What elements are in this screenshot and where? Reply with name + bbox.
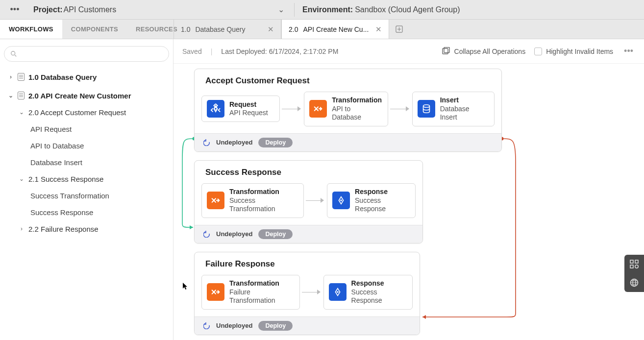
tree-item-success-transformation[interactable]: Success Transformation [2, 187, 173, 204]
workflow-canvas[interactable]: Accept Customer Request RequestAPI Reque… [173, 64, 644, 340]
file-tab-version: 1.0 [181, 25, 190, 33]
search-icon [10, 50, 17, 57]
step-response[interactable]: ResponseSuccess Response [323, 275, 413, 310]
tree-item-api-to-database[interactable]: API to Database [2, 137, 173, 154]
environment-display: Environment: Sandbox (Cloud Agent Group) [295, 5, 644, 14]
operation-success-response[interactable]: Success Response TransformationSuccess T… [194, 160, 423, 243]
step-response[interactable]: ResponseSuccess Response [327, 183, 416, 218]
step-transformation[interactable]: TransformationAPI to Database [304, 92, 388, 126]
tree-item-api-request[interactable]: API Request [2, 121, 173, 137]
svg-point-11 [337, 291, 339, 293]
last-deployed-text: Last Deployed: 6/17/2024, 2:17:02 PM [221, 48, 338, 55]
response-icon [332, 192, 350, 209]
collapse-all-button[interactable]: Collapse All Operations [442, 47, 526, 56]
svg-marker-4 [190, 225, 193, 229]
deploy-button[interactable]: Deploy [258, 229, 293, 239]
floating-tool-panel [624, 255, 644, 292]
operation-footer: Undeployed Deploy [195, 316, 420, 335]
add-tab-button[interactable] [389, 20, 409, 39]
undeployed-icon [203, 139, 210, 146]
file-icon [18, 73, 25, 81]
more-menu-button[interactable]: ••• [622, 46, 635, 56]
step-transformation[interactable]: TransformationFailure Transformation [201, 275, 300, 310]
project-label: Project: [33, 5, 63, 14]
database-icon [418, 100, 435, 118]
file-tab-database-query[interactable]: 1.0 Database Query ✕ [173, 20, 281, 39]
transformation-icon [309, 100, 327, 118]
operation-title: Accept Customer Request [195, 69, 501, 91]
transformation-icon [207, 192, 224, 209]
file-tab-api-create-customer[interactable]: 2.0 API Create New Cu... ✕ [281, 20, 389, 39]
tree-item-accept-customer-request[interactable]: ⌄ 2.0 Accept Customer Request [2, 104, 173, 121]
svg-point-10 [340, 199, 342, 201]
components-panel-button[interactable] [624, 255, 644, 273]
app-menu-button[interactable]: ••• [0, 4, 29, 15]
divider: | [211, 48, 213, 55]
chevron-right-icon[interactable]: › [19, 225, 25, 232]
deploy-button[interactable]: Deploy [258, 321, 293, 331]
operation-failure-response[interactable]: Failure Response TransformationFailure T… [194, 252, 420, 335]
highlight-invalid-toggle[interactable]: Highlight Invalid Items [534, 48, 613, 55]
chevron-down-icon[interactable]: ⌄ [19, 175, 25, 182]
undeployed-label: Undeployed [216, 322, 252, 329]
environment-label: Environment: [302, 5, 353, 14]
tree-item-database-query[interactable]: › 1.0 Database Query [2, 69, 173, 85]
svg-rect-12 [630, 260, 633, 263]
tree-item-failure-response[interactable]: › 2.2 Failure Response [2, 220, 173, 237]
step-request[interactable]: RequestAPI Request [201, 96, 280, 122]
svg-rect-14 [630, 265, 633, 268]
project-selector[interactable]: Project: API Customers ⌄ [29, 5, 294, 14]
operation-footer: Undeployed Deploy [195, 225, 422, 243]
operation-footer: Undeployed Deploy [195, 133, 501, 151]
svg-point-9 [423, 105, 429, 108]
globe-panel-button[interactable] [624, 273, 644, 292]
close-icon[interactable]: ✕ [375, 25, 382, 34]
chevron-down-icon[interactable]: ⌄ [19, 109, 25, 116]
file-tab-version: 2.0 [289, 25, 298, 33]
step-transformation[interactable]: TransformationSuccess Transformation [201, 183, 304, 218]
top-bar: ••• Project: API Customers ⌄ Environment… [0, 0, 644, 20]
undeployed-label: Undeployed [216, 230, 252, 238]
tab-workflows[interactable]: WORKFLOWS [0, 20, 62, 39]
canvas-area: Saved | Last Deployed: 6/17/2024, 2:17:0… [173, 39, 644, 340]
operation-title: Failure Response [195, 252, 420, 274]
response-icon [329, 283, 347, 301]
request-icon [207, 100, 224, 118]
tree-item-success-response-child[interactable]: Success Response [2, 204, 173, 220]
operation-title: Success Response [195, 161, 422, 182]
chevron-down-icon[interactable]: ⌄ [8, 92, 14, 99]
file-tab-name: Database Query [195, 25, 263, 33]
environment-name: Sandbox (Cloud Agent Group) [355, 5, 460, 14]
svg-rect-3 [444, 47, 449, 52]
tree-label: 2.1 Success Response [28, 175, 103, 183]
deploy-button[interactable]: Deploy [258, 138, 293, 147]
search-input[interactable] [4, 46, 169, 62]
tree-label: 2.2 Failure Response [28, 225, 99, 233]
tree-label: 1.0 Database Query [28, 73, 97, 81]
canvas-toolbar: Saved | Last Deployed: 6/17/2024, 2:17:0… [173, 39, 644, 64]
tab-components[interactable]: COMPONENTS [62, 20, 127, 39]
chevron-right-icon[interactable]: › [8, 73, 14, 80]
tree-item-success-response[interactable]: ⌄ 2.1 Success Response [2, 170, 173, 187]
step-insert[interactable]: InsertDatabase Insert [412, 92, 495, 126]
nav-tabs: WORKFLOWS COMPONENTS RESOURCES [0, 20, 173, 39]
file-tab-name: API Create New Cu... [303, 25, 371, 33]
checkbox-icon [534, 48, 542, 55]
tree-item-api-create-customer[interactable]: ⌄ 2.0 API Create New Customer [2, 87, 173, 104]
project-name: API Customers [64, 5, 117, 14]
saved-status: Saved [182, 48, 202, 55]
undeployed-icon [203, 322, 210, 329]
svg-point-15 [635, 265, 638, 268]
svg-marker-6 [422, 315, 426, 319]
svg-rect-13 [635, 260, 638, 263]
transformation-icon [207, 283, 224, 301]
sidebar: › 1.0 Database Query ⌄ 2.0 API Create Ne… [0, 39, 173, 340]
tab-row: WORKFLOWS COMPONENTS RESOURCES 1.0 Datab… [0, 20, 644, 39]
close-icon[interactable]: ✕ [268, 25, 274, 34]
file-tabs: 1.0 Database Query ✕ 2.0 API Create New … [173, 20, 644, 39]
operation-accept-customer-request[interactable]: Accept Customer Request RequestAPI Reque… [194, 69, 502, 152]
tree-item-database-insert[interactable]: Database Insert [2, 154, 173, 170]
chevron-down-icon[interactable]: ⌄ [278, 5, 284, 14]
workflow-tree: › 1.0 Database Query ⌄ 2.0 API Create Ne… [0, 67, 173, 237]
collapse-icon [442, 47, 450, 56]
